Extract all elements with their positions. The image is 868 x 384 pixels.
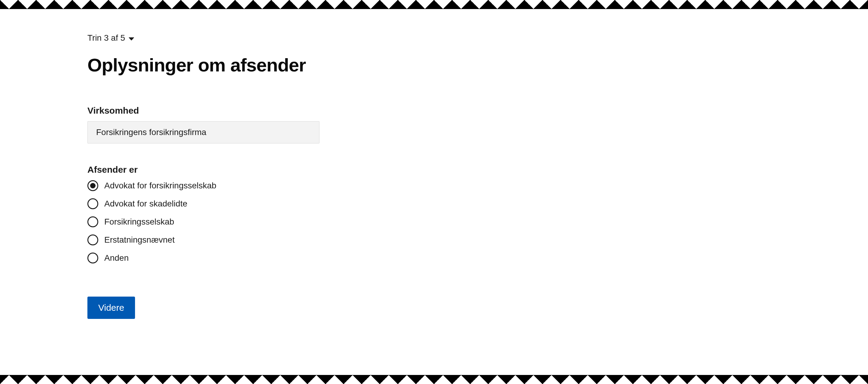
sender-radio-group: Advokat for forsikringsselskabAdvokat fo… [87, 180, 422, 263]
sender-field-group: Afsender er Advokat for forsikringsselsk… [87, 165, 422, 263]
radio-label: Anden [104, 253, 129, 263]
step-label: Trin 3 af 5 [87, 33, 125, 43]
radio-label: Advokat for forsikringsselskab [104, 181, 216, 191]
next-button[interactable]: Videre [87, 297, 135, 319]
radio-label: Forsikringsselskab [104, 217, 174, 227]
sender-label: Afsender er [87, 165, 422, 175]
radio-icon [87, 216, 98, 227]
radio-option-2[interactable]: Forsikringsselskab [87, 216, 422, 227]
radio-icon [87, 253, 98, 263]
radio-label: Advokat for skadelidte [104, 199, 187, 209]
company-field-group: Virksomhed Forsikringens forsikringsfirm… [87, 105, 422, 143]
chevron-down-icon [129, 33, 134, 43]
radio-label: Erstatningsnævnet [104, 235, 175, 245]
radio-option-1[interactable]: Advokat for skadelidte [87, 198, 422, 209]
radio-option-4[interactable]: Anden [87, 253, 422, 263]
company-value: Forsikringens forsikringsfirma [87, 121, 319, 143]
radio-icon [87, 180, 98, 191]
decorative-border-bottom [0, 375, 868, 384]
radio-option-0[interactable]: Advokat for forsikringsselskab [87, 180, 422, 191]
page-title: Oplysninger om afsender [87, 55, 422, 75]
company-label: Virksomhed [87, 105, 422, 116]
decorative-border-top [0, 0, 868, 9]
radio-icon [87, 234, 98, 245]
radio-option-3[interactable]: Erstatningsnævnet [87, 234, 422, 245]
step-indicator[interactable]: Trin 3 af 5 [87, 33, 134, 43]
radio-icon [87, 198, 98, 209]
